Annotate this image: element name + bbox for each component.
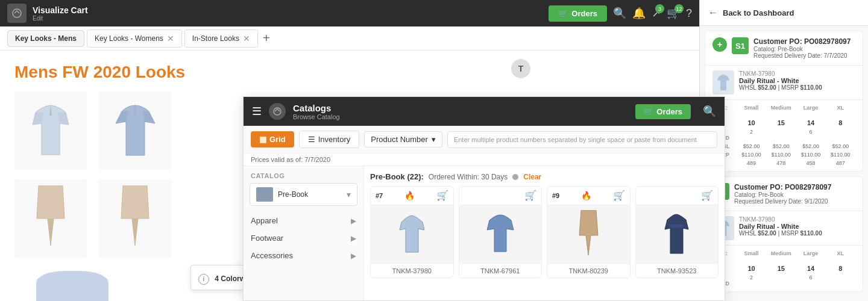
add-to-cart-2[interactable]: 🛒 xyxy=(524,190,536,201)
catalog-orders-icon: 🛒 xyxy=(644,107,653,116)
product-col-1 xyxy=(14,92,87,258)
onhand-row-s1: ON-HAND 2 6 xyxy=(712,128,855,142)
product-col-2 xyxy=(99,92,171,258)
catalog-title-block: Catalogs Browse Catalog xyxy=(293,103,628,120)
product-image-1[interactable] xyxy=(371,204,453,264)
qty-row-s1: QTY 10 15 14 8 xyxy=(712,118,855,128)
onhand-row-s2: ON-HAND 2 6 xyxy=(712,273,855,288)
add-to-cart-4[interactable]: 🛒 xyxy=(701,190,713,201)
msrp-medium-s1: $110.00 xyxy=(766,150,796,159)
menu-item-accessories[interactable]: Accessories ▶ xyxy=(244,247,363,264)
bell-icon[interactable]: 🔔 xyxy=(632,7,646,20)
order-s1-delivery: Requested Delivery Date: 7/7/2020 xyxy=(753,52,855,59)
product-image-4[interactable] xyxy=(636,204,719,264)
orders-button[interactable]: 🛒 Orders xyxy=(549,5,607,22)
product-card-3-header: #9 🔥 🛒 xyxy=(547,187,630,204)
catalog-dropdown[interactable]: Pre-Book ▾ xyxy=(250,183,357,206)
catalog-thumb xyxy=(256,187,273,202)
share-icon[interactable]: ↗ 3 xyxy=(652,7,661,20)
apparel-arrow-icon: ▶ xyxy=(351,217,356,225)
onhand-medium-s2 xyxy=(766,273,796,288)
tab-key-looks-womens[interactable]: Key Looks - Womens ✕ xyxy=(87,29,182,48)
qty-xl-s1: 8 xyxy=(826,118,855,128)
qty-row-s2: QTY 10 15 14 8 xyxy=(712,264,855,273)
catalog-products-area: Pre-Book (22): Ordered Within: 30 Days C… xyxy=(364,166,725,300)
order-section-s1: + S1 Customer PO: PO082978097 Catalog: P… xyxy=(705,31,863,172)
whsl-medium-s1: $52.00 xyxy=(766,142,796,150)
selected-catalog-label: Pre-Book xyxy=(278,190,347,199)
size-header-row-s2: SIZE: US Small Medium Large XL xyxy=(712,249,855,264)
tab-key-looks-mens[interactable]: Key Looks - Mens xyxy=(7,30,84,47)
product-sku-s1: TNKM-37980 xyxy=(739,70,855,77)
catalog-body: CATALOG Pre-Book ▾ Apparel ▶ Footwear ▶ … xyxy=(244,166,725,300)
msrp-row-s1: MSRP $110.00 $110.00 $110.00 $110.00 xyxy=(712,150,855,159)
order-section-s2: S2 Customer PO: PO082978097 Catalog: Pre… xyxy=(705,176,863,292)
back-to-dashboard[interactable]: ← Back to Dashboard xyxy=(700,0,868,26)
product-thumb-pants2[interactable] xyxy=(99,179,171,258)
product-card-2-header: 🛒 xyxy=(459,187,542,204)
product-image-3[interactable] xyxy=(547,204,630,264)
order-s1-po: Customer PO: PO082978097 xyxy=(753,37,855,46)
qty-large-s2: 14 xyxy=(796,264,826,273)
onhand-xl-s1 xyxy=(826,128,855,142)
hamburger-icon[interactable]: ☰ xyxy=(252,105,262,118)
onhand-large-s1: 6 xyxy=(796,128,826,142)
grid-view-button[interactable]: ▦ Grid xyxy=(251,131,294,147)
cart-icon-top[interactable]: 🛒 12 xyxy=(667,7,680,20)
help-icon[interactable]: ? xyxy=(686,7,692,20)
order-s2-info: Customer PO: PO082978097 Catalog: Pre-Bo… xyxy=(734,183,855,205)
catalog-header: ☰ Catalogs Browse Catalog 🛒 Orders 🔍 xyxy=(244,97,725,126)
add-order-s1-button[interactable]: + xyxy=(712,37,727,52)
catalog-panel: ☰ Catalogs Browse Catalog 🛒 Orders 🔍 ▦ G… xyxy=(243,96,725,301)
msrp-xl-s1: $110.00 xyxy=(826,150,855,159)
catalog-orders-button[interactable]: 🛒 Orders xyxy=(635,104,691,119)
search-icon-top[interactable]: 🔍 xyxy=(613,7,626,20)
inventory-view-button[interactable]: ☰ Inventory xyxy=(299,131,359,148)
rank-badge-1: #7 xyxy=(376,192,383,199)
orders-icon: 🛒 xyxy=(558,9,568,18)
size-header-row-s1: SIZE: US Small Medium Large XL xyxy=(712,104,855,118)
list-icon: ☰ xyxy=(308,135,315,144)
product-sku-s2: TNKM-37980 xyxy=(739,216,855,223)
shoes-preview xyxy=(36,271,108,301)
add-tab-button[interactable]: + xyxy=(260,31,272,45)
top-bar: Visualize Cart Edit 🛒 Orders 🔍 🔔 ↗ 3 🛒 1… xyxy=(0,0,699,26)
menu-item-apparel[interactable]: Apparel ▶ xyxy=(244,212,363,229)
product-card-2: 🛒 TNKM-67961 xyxy=(459,186,542,278)
product-thumb-pants1[interactable] xyxy=(14,179,87,258)
product-row-s1: TNKM-37980 Daily Ritual - White WHSL $52… xyxy=(705,66,863,100)
product-thumb-jacket[interactable] xyxy=(14,92,87,170)
size-table-s1: SIZE: US Small Medium Large XL QTY 10 15… xyxy=(705,100,863,171)
whsl-small-s1: $52.00 xyxy=(737,142,766,150)
product-search-input[interactable]: Enter multiple product numbers separated… xyxy=(447,131,717,148)
product-number-select[interactable]: Product Number ▾ xyxy=(364,131,442,147)
catalog-search-icon[interactable]: 🔍 xyxy=(703,105,716,118)
order-s1-catalog: Catalog: Pre-Book xyxy=(753,46,855,52)
order-s2-catalog: Catalog: Pre-Book xyxy=(734,191,855,198)
size-small-header: Small xyxy=(737,104,766,118)
app-subtitle: Edit xyxy=(33,15,88,22)
add-to-cart-3[interactable]: 🛒 xyxy=(613,190,625,201)
prebook-label: Pre-Book (22): xyxy=(370,172,424,181)
order-s2-po: Customer PO: PO082978097 xyxy=(734,183,855,191)
product-thumb-s1 xyxy=(712,70,734,95)
size-table-s2: SIZE: US Small Medium Large XL QTY 10 15… xyxy=(705,246,863,291)
product-card-1: #7 🔥 🛒 TNKM-37980 xyxy=(370,186,454,278)
chevron-down-icon: ▾ xyxy=(432,135,436,144)
ats-medium-s1: 478 xyxy=(766,159,796,167)
product-card-3-footer: TNKM-80239 xyxy=(547,264,630,278)
order-s1-header: + S1 Customer PO: PO082978097 Catalog: P… xyxy=(705,31,863,66)
menu-item-footwear[interactable]: Footwear ▶ xyxy=(244,229,363,247)
qty-small-s2: 10 xyxy=(737,264,766,273)
add-to-cart-1[interactable]: 🛒 xyxy=(436,190,448,201)
tab-in-store-looks[interactable]: In-Store Looks ✕ xyxy=(184,29,258,48)
msrp-small-s1: $110.00 xyxy=(737,150,766,159)
size-large-header-s2: Large xyxy=(796,249,826,264)
close-tab-womens[interactable]: ✕ xyxy=(167,34,174,43)
close-tab-instore[interactable]: ✕ xyxy=(243,34,250,43)
clear-button[interactable]: Clear xyxy=(523,173,541,181)
order-s2-delivery: Requested Delivery Date: 9/1/2020 xyxy=(734,198,855,205)
product-thumb-shirt[interactable] xyxy=(99,92,171,170)
product-image-2[interactable] xyxy=(459,204,542,264)
cart-badge: 12 xyxy=(675,4,684,13)
